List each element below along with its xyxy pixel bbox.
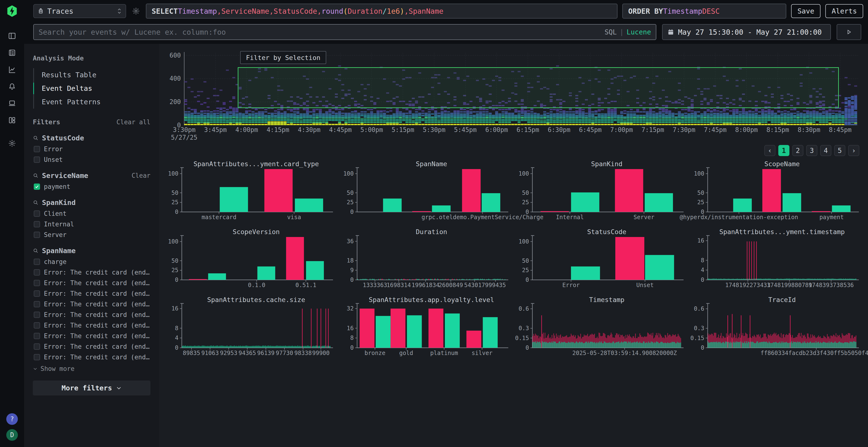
show-more-toggle[interactable]: Show more <box>33 365 151 372</box>
lucene-toggle[interactable]: Lucene <box>627 28 651 36</box>
source-settings-button[interactable] <box>131 6 141 16</box>
page-button-2[interactable]: 2 <box>792 145 803 156</box>
delta-chart-10[interactable]: Timestamp00.150.30.62025-05-28T03:59:14.… <box>518 297 684 357</box>
svg-text:0.3: 0.3 <box>694 325 704 332</box>
svg-text:96139: 96139 <box>257 350 274 356</box>
checkbox[interactable] <box>34 259 40 265</box>
filter-option[interactable]: Error: The credit card (end… <box>34 322 151 329</box>
page-button-5[interactable]: 5 <box>834 145 845 156</box>
search-row: SQL | Lucene May 27 15:30:00 - May 27 21… <box>24 22 868 44</box>
save-button[interactable]: Save <box>791 4 820 18</box>
svg-text:0: 0 <box>175 276 179 283</box>
filter-by-selection-tooltip[interactable]: Filter by Selection <box>240 51 326 64</box>
checkbox[interactable] <box>34 290 40 297</box>
filter-option-label: Client <box>44 210 66 217</box>
analysis-mode-item-event-patterns[interactable]: Event Patterns <box>34 95 151 109</box>
search-icon[interactable] <box>33 135 38 141</box>
filter-option[interactable]: Error: The credit card (end… <box>34 353 151 361</box>
filter-option[interactable]: Server <box>34 231 151 238</box>
app-logo[interactable] <box>6 5 18 18</box>
date-range-picker[interactable]: May 27 15:30:00 - May 27 21:00:00 <box>662 24 831 40</box>
filter-option[interactable]: Error: The credit card (end… <box>34 343 151 350</box>
checkbox[interactable] <box>34 210 40 217</box>
more-filters-button[interactable]: More filters <box>33 381 151 396</box>
checkbox[interactable] <box>34 157 40 163</box>
page-button-3[interactable]: 3 <box>806 145 817 156</box>
run-query-button[interactable] <box>837 24 861 40</box>
clear-all-link[interactable]: Clear all <box>117 118 151 126</box>
chart-icon[interactable] <box>7 65 17 74</box>
filter-option[interactable]: Error: The credit card (end… <box>34 311 151 318</box>
checkbox[interactable] <box>34 333 40 339</box>
filter-option[interactable]: Error: The credit card (end… <box>34 269 151 276</box>
search-icon[interactable] <box>33 248 38 253</box>
analysis-mode-item-event-deltas[interactable]: Event Deltas <box>34 82 151 95</box>
user-avatar[interactable]: D <box>6 429 18 441</box>
query-token: DESC <box>702 7 719 15</box>
delta-chart-7[interactable]: SpanAttributes...yment.timestamp04816174… <box>694 229 859 289</box>
filter-option-label: Server <box>44 231 66 238</box>
sql-select-input[interactable]: SELECT Timestamp,ServiceName,StatusCode,… <box>146 4 618 19</box>
filter-option[interactable]: Unset <box>34 156 151 163</box>
filter-option[interactable]: Error: The credit card (end… <box>34 332 151 340</box>
page-button-1[interactable]: 1 <box>778 145 789 156</box>
delta-chart-5[interactable]: Duration09183613333631698314199618342600… <box>343 229 509 289</box>
checkbox[interactable] <box>34 312 40 318</box>
checkbox[interactable] <box>34 232 40 238</box>
help-button[interactable]: ? <box>6 413 18 425</box>
filter-option-label: Error: The credit card (end… <box>44 332 150 340</box>
filter-option[interactable]: Error <box>34 145 151 153</box>
svg-text:0.6: 0.6 <box>519 305 529 312</box>
svg-text:8: 8 <box>701 257 704 264</box>
checkbox-checked[interactable] <box>34 183 40 190</box>
filter-option[interactable]: payment <box>34 183 151 190</box>
alerts-bell-icon[interactable] <box>7 82 17 91</box>
checkbox[interactable] <box>34 280 40 286</box>
svg-text:0: 0 <box>701 344 704 351</box>
checkbox[interactable] <box>34 221 40 227</box>
delta-chart-11[interactable]: TraceId00.150.30.6ff860334facdb23d3f430f… <box>694 297 859 357</box>
alerts-button[interactable]: Alerts <box>825 4 863 18</box>
svg-text:4:15pm: 4:15pm <box>267 126 289 133</box>
dashboards-icon[interactable] <box>7 115 17 125</box>
filter-option-label: Error <box>44 145 63 153</box>
search-icon[interactable] <box>33 173 38 178</box>
page-next-button[interactable]: › <box>848 145 859 156</box>
filter-option[interactable]: Internal <box>34 220 151 228</box>
checkbox[interactable] <box>34 343 40 350</box>
events-heatmap[interactable]: Filter by Selection 02004006003:30pm3:45… <box>168 48 859 141</box>
delta-chart-9[interactable]: SpanAttributes.app.loyalty.level081632br… <box>343 297 509 357</box>
filter-option[interactable]: Error: The credit card (end… <box>34 279 151 286</box>
top-bar: Traces SELECT Timestamp,ServiceName,Stat… <box>24 0 868 22</box>
analysis-mode-item-results-table[interactable]: Results Table <box>34 68 151 82</box>
delta-chart-8[interactable]: SpanAttributes.cache.size048168983591063… <box>168 297 334 357</box>
checkbox[interactable] <box>34 322 40 329</box>
page-prev-button[interactable]: ‹ <box>764 145 775 156</box>
delta-chart-4[interactable]: ScopeVersion025501000.1.00.51.1 <box>168 229 334 289</box>
sql-toggle[interactable]: SQL <box>604 28 617 36</box>
clear-filter-link[interactable]: Clear <box>132 172 151 179</box>
delta-chart-2[interactable]: SpanKind02550100InternalServer <box>518 161 684 221</box>
checkbox[interactable] <box>34 301 40 307</box>
filter-option[interactable]: Error: The credit card (end… <box>34 301 151 308</box>
delta-chart-3[interactable]: ScopeName02550100@hyperdx/instrumentatio… <box>694 161 859 221</box>
checkbox[interactable] <box>34 146 40 152</box>
delta-chart-0[interactable]: SpanAttributes...yment.card_type02550100… <box>168 161 334 221</box>
delta-chart-1[interactable]: SpanName02550100grpc.oteldemo.PaymentSer… <box>343 161 509 221</box>
filter-option[interactable]: Client <box>34 210 151 217</box>
filter-option[interactable]: Error: The credit card (end… <box>34 290 151 297</box>
search-icon[interactable] <box>33 200 38 205</box>
search-input[interactable] <box>38 28 600 36</box>
filter-option[interactable]: charge <box>34 258 151 265</box>
checkbox[interactable] <box>34 269 40 276</box>
delta-chart-6[interactable]: StatusCode02550100ErrorUnset <box>518 229 684 289</box>
search-logs-icon[interactable] <box>7 48 17 57</box>
page-button-4[interactable]: 4 <box>820 145 831 156</box>
order-by-input[interactable]: ORDER BY Timestamp DESC <box>622 4 786 19</box>
source-select[interactable]: Traces <box>33 4 126 18</box>
svg-text:7:30pm: 7:30pm <box>673 126 695 133</box>
sessions-laptop-icon[interactable] <box>7 99 17 108</box>
sidebar-toggle-icon[interactable] <box>7 31 17 40</box>
settings-gear-icon[interactable] <box>7 139 17 148</box>
checkbox[interactable] <box>34 354 40 360</box>
